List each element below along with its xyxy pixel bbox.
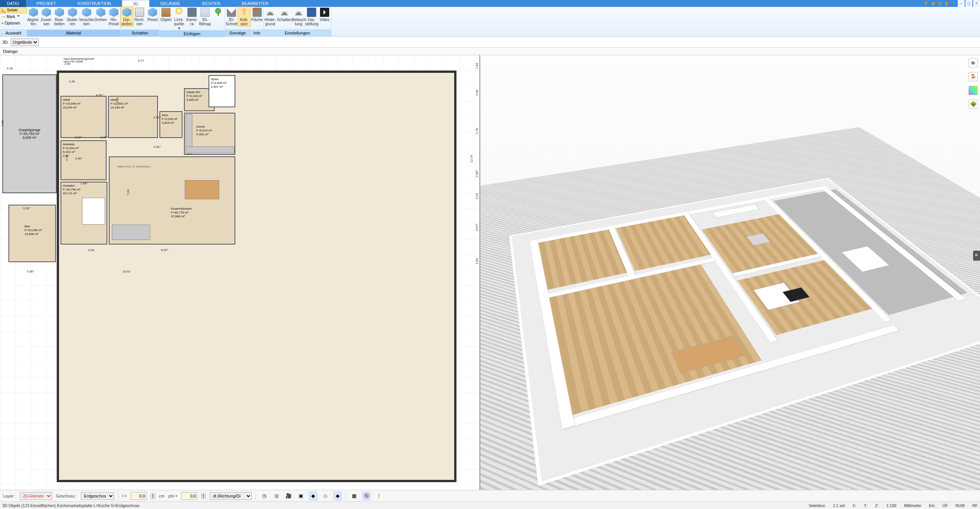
dl-select[interactable]: dl (Richtung/Di <box>210 492 252 500</box>
group-info: Fläche Info <box>251 7 264 36</box>
btn-3dschnitt[interactable]: 3D-Schnitt <box>225 7 238 26</box>
dim-703: 7.03 <box>126 189 130 195</box>
view-prefix: 3D <box>2 40 8 44</box>
menu-datei[interactable]: DATEI <box>0 0 26 7</box>
btn-rechnen[interactable]: Rech-nen <box>133 7 146 26</box>
flag-icon <box>253 8 262 17</box>
selekt-button[interactable]: Selekt <box>0 7 27 13</box>
menu-3d[interactable]: 3D <box>122 0 149 7</box>
btn-3dbitmap[interactable]: 3D-Bitmap <box>199 7 212 26</box>
btn-schatten[interactable]: Schatten <box>277 7 292 22</box>
vt-tree-icon[interactable]: 🌳 <box>969 100 978 109</box>
btn-darstellen[interactable]: Dar-stellen <box>120 7 133 26</box>
status-z: Z: <box>875 503 878 508</box>
menu-konstruktion[interactable]: KONSTRUKTION <box>67 0 121 7</box>
room-speis[interactable]: SpeisF=3,605 m²3,497 m³ <box>208 75 235 107</box>
bt-diamond3-icon[interactable]: ◆ <box>333 492 342 500</box>
mark-button[interactable]: Mark. <box>0 13 27 20</box>
bt-clock-icon[interactable]: ◷ <box>260 492 268 500</box>
view-3d[interactable]: ≋ 🪑 🌳 <box>480 55 980 490</box>
bt-diamond1-icon[interactable]: ◆ <box>309 492 317 500</box>
tool-icon-2[interactable]: ▣ <box>929 0 936 7</box>
btn-zuweisen[interactable]: Zuwei-sen <box>40 7 53 26</box>
room-abst[interactable]: Abst.F=3,028 m²2,823 m³ <box>159 111 182 138</box>
dim-357: 3.57⁵ <box>475 224 479 231</box>
bt-target-icon[interactable]: ◎ <box>272 492 281 500</box>
dim-328: 3.28⁵ <box>23 207 30 210</box>
btn-verschieben[interactable]: Verschie-ben <box>79 7 94 26</box>
menu-sichten[interactable]: SICHTEN <box>191 0 231 7</box>
dim-346a: 3.46 <box>69 80 75 83</box>
btn-flaeche[interactable]: Fläche <box>251 7 263 30</box>
menu-gelande[interactable]: GELÄNDE <box>149 0 191 7</box>
vt-chair-icon[interactable]: 🪑 <box>969 72 978 81</box>
layer-select[interactable]: 2D-Elemen <box>20 492 52 500</box>
view-2d[interactable]: Doppelgarage F=53,763 m² 9,000 m³ HWSF=1… <box>0 55 480 490</box>
room-bad[interactable]: BadF=15,290 m²14,698 m³ <box>8 205 56 262</box>
group-schatten: Dar-stellen Rech-nen Pinsel Schatten <box>121 7 159 36</box>
phi-spinner[interactable]: ▴▾ <box>201 493 206 499</box>
group-schatten-label: Schatten <box>121 30 159 36</box>
btn-drehen[interactable]: Drehen <box>94 7 107 22</box>
workspace: Doppelgarage F=53,763 m² 9,000 m³ HWSF=1… <box>0 55 980 490</box>
room-kueche[interactable]: KücheF=9,619 m²9,330 m³ <box>184 113 235 155</box>
l-input[interactable] <box>131 492 147 500</box>
bt-diamond2-icon[interactable]: ◇ <box>321 492 330 500</box>
btn-kamera[interactable]: Kame-ra <box>185 7 199 26</box>
layer-label: Layer : <box>3 494 16 498</box>
help-icon[interactable]: ? <box>950 0 957 7</box>
btn-lichtquelle[interactable]: Licht-quelle ▾ <box>172 7 185 30</box>
side-drawer-handle[interactable] <box>973 251 980 261</box>
bt-n-icon[interactable]: Ⓝ <box>362 492 371 500</box>
dim-352: 3.52 <box>116 97 119 103</box>
image-icon <box>200 8 210 17</box>
close-icon[interactable]: × <box>973 0 980 7</box>
l-spinner[interactable]: ▴▾ <box>151 493 155 499</box>
room-garage[interactable]: Doppelgarage F=53,763 m² 9,000 m³ <box>2 74 57 193</box>
vt-layers-icon[interactable]: ≋ <box>969 58 978 67</box>
dim-303: 3.03⁵ <box>75 136 82 139</box>
chevron-down-icon <box>17 15 20 18</box>
btn-abgreifen[interactable]: Abgrei-fen <box>27 7 40 26</box>
plus-icon: + <box>1 21 4 26</box>
btn-objekt[interactable]: Objekt <box>159 7 172 22</box>
btn-video[interactable]: Video <box>318 7 331 22</box>
room-hws[interactable]: HWSF=15,849 m²15,376 m³ <box>61 96 107 138</box>
bt-more-icon[interactable]: ⋮ <box>374 492 383 500</box>
minimize-icon[interactable]: – <box>958 0 965 7</box>
btn-pinsel[interactable]: Pinsel <box>146 7 159 22</box>
room-schlafen[interactable]: SchlafenF=20,756 m²20,714 m³ <box>61 182 107 245</box>
kitchen-counter-b <box>185 146 235 153</box>
floorplan-canvas[interactable]: Doppelgarage F=53,763 m² 9,000 m³ HWSF=1… <box>0 55 479 490</box>
ribbon: Selekt Mark. + Optionen Auswahl Abgrei-f… <box>0 7 980 37</box>
geschoss-select[interactable]: Erdgeschos <box>81 492 114 500</box>
maximize-icon[interactable]: ◻ <box>965 0 972 7</box>
btn-tree[interactable] <box>212 7 225 18</box>
btn-kollision[interactable]: Kolli-sion <box>238 7 251 26</box>
menu-projekt[interactable]: PROJEKT <box>26 0 67 7</box>
cm-label: cm <box>159 494 165 498</box>
menu-bearbeiten[interactable]: BEARBEITEN <box>231 0 279 7</box>
btn-hin-pinsel[interactable]: Hin.Pinsel <box>107 7 120 26</box>
vt-color-icon[interactable] <box>969 86 978 95</box>
dim-278: 2.78 <box>65 155 69 161</box>
optionen-button[interactable]: + Optionen <box>0 20 27 26</box>
bt-screen-icon[interactable]: ▣ <box>297 492 305 500</box>
btn-skalieren[interactable]: Skalie-ren <box>66 7 79 26</box>
tool-icon-4[interactable]: ◧ <box>943 0 950 7</box>
bt-grid-icon[interactable]: ▦ <box>350 492 358 500</box>
btn-beleuchtung[interactable]: Beleuch-tung <box>292 7 305 26</box>
btn-darstellung[interactable]: Dar-stellung <box>305 7 318 26</box>
room-essen-wohnen[interactable]: Essen/WohnenF=48,778 m²47,848 m³ Wand ev… <box>109 156 235 245</box>
tree-icon <box>213 8 223 17</box>
bt-cam-icon[interactable]: 🎥 <box>284 492 293 500</box>
dim-346b: 3.46⁵ <box>75 157 82 160</box>
layer-dropdown[interactable]: Urgelände <box>11 38 39 46</box>
btn-hintergrund[interactable]: Hinter-grund <box>264 7 277 26</box>
selection-panel: Selekt Mark. + Optionen Auswahl <box>0 7 27 36</box>
btn-bearbeiten[interactable]: Bear-beiten <box>53 7 66 26</box>
tool-icon-3[interactable]: ▤ <box>936 0 943 7</box>
tool-icon-1[interactable]: ✖ <box>923 0 929 7</box>
phi-input[interactable] <box>181 492 197 500</box>
bottom-toolbar: Layer : 2D-Elemen Geschoss : Erdgeschos … <box>0 490 980 501</box>
